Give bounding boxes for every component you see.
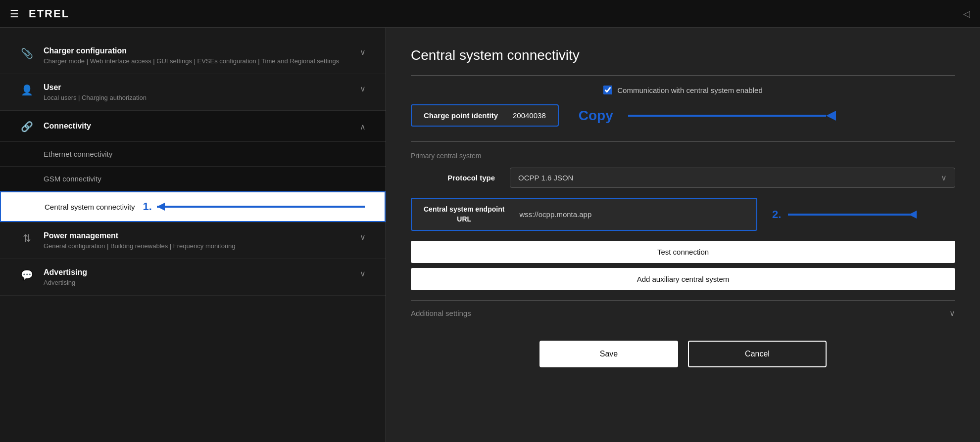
communication-checkbox[interactable] [603, 86, 612, 94]
right-panel: Central system connectivity Communicatio… [386, 28, 980, 442]
user-icon: 👤 [20, 84, 34, 96]
endpoint-row: Central system endpointURL wss://ocpp.mo… [411, 198, 955, 231]
protocol-select[interactable]: OCPP 1.6 JSON ∨ [510, 168, 955, 188]
charge-point-box: Charge point identity 20040038 [411, 104, 559, 127]
endpoint-value: wss://ocpp.monta.app [519, 210, 591, 219]
divider-mid [411, 141, 955, 142]
endpoint-box: Central system endpointURL wss://ocpp.mo… [411, 198, 757, 231]
app-logo: ETREL [29, 7, 69, 20]
additional-settings-label: Additional settings [411, 309, 949, 317]
protocol-label: Protocol type [411, 174, 510, 182]
sidebar-item-power-management[interactable]: ⇅ Power management General configuration… [0, 222, 386, 259]
protocol-row: Protocol type OCPP 1.6 JSON ∨ [411, 168, 955, 188]
protocol-value: OCPP 1.6 JSON [518, 174, 941, 182]
save-button[interactable]: Save [539, 341, 678, 367]
copy-arrow-line [628, 115, 826, 117]
power-title: Power management [44, 231, 350, 240]
step1-annotation: 1. [143, 200, 365, 213]
endpoint-annotation: 2. [772, 208, 917, 221]
bottom-buttons: Save Cancel [411, 341, 955, 367]
menu-icon[interactable]: ☰ [10, 8, 19, 20]
power-arrow: ∨ [360, 232, 366, 242]
advertising-title: Advertising [44, 268, 350, 277]
charger-config-subtitle: Charger mode | Web interface access | GU… [44, 57, 350, 65]
annotation-number-2: 2. [772, 208, 781, 221]
connectivity-icon: 🔗 [20, 121, 34, 133]
charge-point-value: 20040038 [513, 111, 546, 120]
connectivity-title: Connectivity [44, 122, 350, 131]
power-content: Power management General configuration |… [44, 231, 350, 250]
user-content: User Local users | Charging authorizatio… [44, 83, 350, 101]
add-auxiliary-button[interactable]: Add auxiliary central system [411, 268, 955, 290]
communication-label: Communication with central system enable… [617, 86, 762, 94]
signal-icon: ◁ [963, 8, 970, 19]
sidebar-item-gsm[interactable]: GSM connectivity [0, 167, 386, 191]
user-arrow: ∨ [360, 84, 366, 93]
action-buttons: Test connection Add auxiliary central sy… [411, 241, 955, 290]
connectivity-section: 🔗 Connectivity ∧ Ethernet connectivity G… [0, 111, 386, 222]
connectivity-header[interactable]: 🔗 Connectivity ∧ [0, 111, 386, 142]
sidebar-item-charger-config[interactable]: 📎 Charger configuration Charger mode | W… [0, 38, 386, 74]
endpoint-arrow [788, 214, 917, 216]
user-subtitle: Local users | Charging authorization [44, 94, 350, 101]
sidebar-item-ethernet[interactable]: Ethernet connectivity [0, 142, 386, 167]
advertising-icon: 💬 [20, 269, 34, 281]
annotation-arrow-1 [157, 206, 365, 208]
charger-config-arrow: ∨ [360, 47, 366, 57]
cancel-button[interactable]: Cancel [688, 341, 827, 367]
connectivity-subitems: Ethernet connectivity GSM connectivity C… [0, 142, 386, 222]
additional-settings-row[interactable]: Additional settings ∨ [411, 300, 955, 326]
central-system-label: Central system connectivity [45, 203, 135, 211]
sidebar: 📎 Charger configuration Charger mode | W… [0, 28, 386, 442]
protocol-chevron-icon: ∨ [941, 173, 947, 182]
page-title: Central system connectivity [411, 47, 955, 63]
sidebar-item-central-system[interactable]: Central system connectivity 1. [0, 191, 386, 222]
charge-point-row: Charge point identity 20040038 Copy [411, 104, 955, 127]
sidebar-item-user[interactable]: 👤 User Local users | Charging authorizat… [0, 74, 386, 111]
annotation-number-1: 1. [143, 200, 152, 213]
charge-point-label: Charge point identity [424, 111, 498, 120]
endpoint-label: Central system endpointURL [424, 205, 504, 224]
charger-config-content: Charger configuration Charger mode | Web… [44, 46, 350, 65]
charger-config-title: Charger configuration [44, 46, 350, 55]
test-connection-button[interactable]: Test connection [411, 241, 955, 263]
main-layout: 📎 Charger configuration Charger mode | W… [0, 28, 980, 442]
communication-checkbox-row: Communication with central system enable… [411, 86, 955, 94]
sidebar-item-advertising[interactable]: 💬 Advertising Advertising ∨ [0, 259, 386, 296]
copy-arrow-annotation [628, 111, 955, 121]
connectivity-arrow: ∧ [360, 122, 366, 132]
copy-arrow-head [826, 111, 836, 121]
power-subtitle: General configuration | Building renewab… [44, 242, 350, 250]
charger-config-icon: 📎 [20, 47, 34, 59]
advertising-content: Advertising Advertising [44, 268, 350, 286]
additional-settings-chevron: ∨ [949, 309, 955, 318]
topbar: ☰ ETREL ◁ [0, 0, 980, 28]
user-title: User [44, 83, 350, 92]
advertising-subtitle: Advertising [44, 279, 350, 286]
power-icon: ⇅ [20, 232, 34, 244]
copy-button[interactable]: Copy [579, 108, 613, 124]
divider-top [411, 75, 955, 76]
advertising-arrow: ∨ [360, 269, 366, 278]
primary-central-system-label: Primary central system [411, 152, 955, 160]
